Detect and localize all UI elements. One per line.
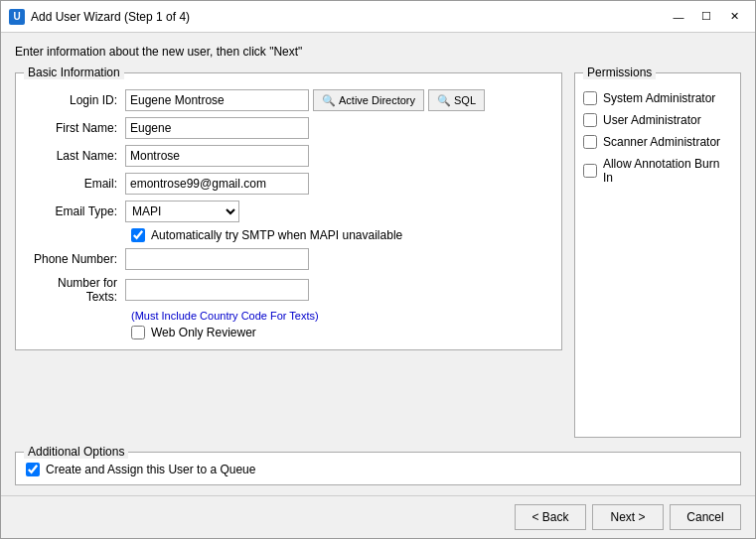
- auto-smtp-checkbox[interactable]: [131, 228, 145, 242]
- phone-number-row: Phone Number:: [26, 248, 551, 270]
- titlebar-left: U Add User Wizard (Step 1 of 4): [9, 9, 190, 25]
- active-directory-button[interactable]: 🔍 Active Directory: [313, 89, 424, 111]
- main-window: U Add User Wizard (Step 1 of 4) — ☐ ✕ En…: [0, 0, 756, 539]
- last-name-label: Last Name:: [26, 149, 125, 163]
- basic-information-title: Basic Information: [24, 66, 124, 79]
- minimize-button[interactable]: —: [666, 7, 691, 27]
- user-admin-checkbox[interactable]: [583, 113, 597, 127]
- first-name-row: First Name:: [26, 117, 551, 139]
- cancel-button[interactable]: Cancel: [670, 504, 741, 530]
- create-assign-queue-checkbox[interactable]: [26, 463, 40, 476]
- form-section: Login ID: 🔍 Active Directory 🔍 SQL: [26, 89, 551, 339]
- additional-options-section: Additional Options Create and Assign thi…: [15, 452, 741, 485]
- permissions-title: Permissions: [583, 66, 656, 79]
- permission-system-admin: System Administrator: [583, 91, 732, 105]
- web-only-reviewer-checkbox[interactable]: [131, 326, 145, 339]
- login-id-label: Login ID:: [26, 93, 125, 107]
- close-button[interactable]: ✕: [721, 7, 747, 27]
- left-panel: Basic Information Login ID: 🔍 Active Dir…: [15, 72, 562, 438]
- web-only-reviewer-label: Web Only Reviewer: [151, 326, 256, 339]
- email-type-select[interactable]: MAPI SMTP: [125, 201, 239, 222]
- email-input[interactable]: [125, 173, 309, 195]
- content-area: Enter information about the new user, th…: [1, 33, 755, 495]
- last-name-row: Last Name:: [26, 145, 551, 167]
- number-for-texts-input[interactable]: [125, 279, 309, 301]
- window-title: Add User Wizard (Step 1 of 4): [31, 10, 190, 24]
- first-name-label: First Name:: [26, 121, 125, 135]
- permissions-section: System Administrator User Administrator …: [583, 91, 732, 185]
- app-icon: U: [9, 9, 25, 25]
- search-icon: 🔍: [322, 94, 336, 107]
- email-row: Email:: [26, 173, 551, 195]
- login-id-row: Login ID: 🔍 Active Directory 🔍 SQL: [26, 89, 551, 111]
- scanner-admin-label: Scanner Administrator: [603, 135, 720, 149]
- number-for-texts-label: Number for Texts:: [26, 276, 125, 304]
- email-type-row: Email Type: MAPI SMTP: [26, 201, 551, 222]
- permission-scanner-admin: Scanner Administrator: [583, 135, 732, 149]
- footer: < Back Next > Cancel: [1, 495, 755, 538]
- last-name-input[interactable]: [125, 145, 309, 167]
- create-assign-queue-label: Create and Assign this User to a Queue: [46, 463, 255, 476]
- sql-button[interactable]: 🔍 SQL: [428, 89, 485, 111]
- email-label: Email:: [26, 177, 125, 191]
- first-name-input[interactable]: [125, 117, 309, 139]
- login-id-input[interactable]: [125, 89, 309, 111]
- web-reviewer-row: Web Only Reviewer: [131, 326, 551, 339]
- search-icon-sql: 🔍: [437, 94, 451, 107]
- allow-annotation-checkbox[interactable]: [583, 164, 597, 178]
- country-code-hint: (Must Include Country Code For Texts): [131, 310, 551, 322]
- system-admin-checkbox[interactable]: [583, 91, 597, 105]
- main-panels: Basic Information Login ID: 🔍 Active Dir…: [15, 72, 741, 438]
- allow-annotation-label: Allow Annotation Burn In: [603, 157, 732, 185]
- permission-user-admin: User Administrator: [583, 113, 732, 127]
- titlebar: U Add User Wizard (Step 1 of 4) — ☐ ✕: [1, 1, 755, 33]
- instruction-text: Enter information about the new user, th…: [15, 43, 741, 65]
- right-panel: Permissions System Administrator User Ad…: [574, 72, 741, 438]
- auto-smtp-row: Automatically try SMTP when MAPI unavail…: [131, 228, 551, 242]
- permission-annotation-burn: Allow Annotation Burn In: [583, 157, 732, 185]
- permissions-group: Permissions System Administrator User Ad…: [574, 72, 741, 438]
- next-button[interactable]: Next >: [592, 504, 664, 530]
- titlebar-controls: — ☐ ✕: [666, 7, 747, 27]
- email-type-label: Email Type:: [26, 204, 125, 218]
- additional-option-row: Create and Assign this User to a Queue: [26, 463, 730, 476]
- system-admin-label: System Administrator: [603, 91, 715, 105]
- number-for-texts-row: Number for Texts:: [26, 276, 551, 304]
- additional-options-title: Additional Options: [24, 445, 128, 459]
- scanner-admin-checkbox[interactable]: [583, 135, 597, 149]
- basic-information-group: Basic Information Login ID: 🔍 Active Dir…: [15, 72, 562, 350]
- maximize-button[interactable]: ☐: [693, 7, 719, 27]
- phone-number-input[interactable]: [125, 248, 309, 270]
- auto-smtp-label: Automatically try SMTP when MAPI unavail…: [151, 228, 402, 242]
- login-id-input-group: 🔍 Active Directory 🔍 SQL: [125, 89, 485, 111]
- phone-number-label: Phone Number:: [26, 252, 125, 266]
- back-button[interactable]: < Back: [515, 504, 586, 530]
- user-admin-label: User Administrator: [603, 113, 701, 127]
